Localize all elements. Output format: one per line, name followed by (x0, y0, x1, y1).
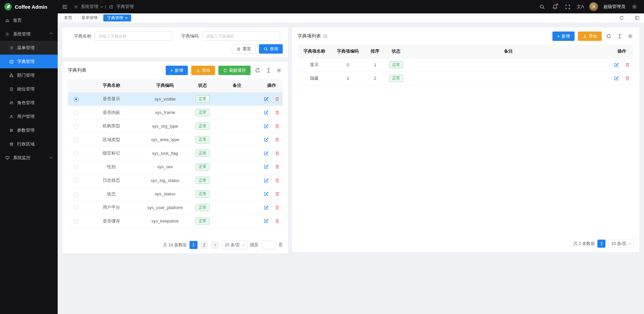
row-radio[interactable] (74, 138, 78, 142)
export-dict-button[interactable]: 导出 (191, 66, 215, 75)
add-dict-button[interactable]: +新增 (166, 66, 188, 75)
sidebar-group-system-monitor[interactable]: 系统监控 (0, 151, 58, 165)
fullscreen-icon[interactable] (564, 3, 571, 10)
breadcrumb-current[interactable]: 字典管理 (116, 4, 134, 10)
edit-icon[interactable] (613, 75, 619, 81)
breadcrumb-parent[interactable]: 系统管理 (81, 4, 98, 10)
edit-icon[interactable] (263, 218, 269, 224)
sidebar-item-user-mgmt[interactable]: 用户管理 (0, 110, 58, 123)
edit-icon[interactable] (263, 178, 269, 183)
table-row[interactable]: 是否显示 sys_visible 正常 (68, 92, 283, 106)
refresh-icon[interactable] (605, 33, 612, 40)
dict-code-input[interactable] (202, 32, 280, 41)
reset-button[interactable]: 重置 (232, 44, 256, 54)
edit-icon[interactable] (263, 123, 269, 129)
sidebar-item-label: 用户管理 (17, 114, 35, 120)
delete-icon[interactable] (274, 137, 280, 142)
tab-menu-mgmt[interactable]: 菜单管理 (78, 14, 101, 21)
refresh-icon[interactable] (618, 14, 625, 22)
tab-dict-mgmt[interactable]: 字典管理× (103, 14, 131, 21)
next-page-button[interactable] (211, 241, 219, 249)
collapse-sidebar-icon[interactable] (61, 3, 68, 10)
delete-icon[interactable] (274, 96, 280, 102)
page-size-select[interactable]: 10 条/页 (222, 241, 248, 249)
username[interactable]: 超级管理员 (603, 4, 625, 10)
table-row[interactable]: 区域类型 sys_area_type 正常 (68, 133, 283, 147)
avatar[interactable] (589, 2, 598, 11)
table-row[interactable]: 是否缓存 sys_keepalive 正常 (68, 214, 283, 228)
delete-icon[interactable] (274, 205, 280, 210)
sidebar-item-dict-mgmt[interactable]: 字典管理 (0, 55, 58, 68)
jump-page-input[interactable] (261, 241, 276, 249)
refresh-cache-button[interactable]: 刷新缓存 (218, 66, 251, 75)
edit-icon[interactable] (263, 205, 269, 210)
search-icon[interactable] (538, 3, 546, 10)
close-icon[interactable]: × (125, 16, 127, 20)
edit-icon[interactable] (263, 96, 269, 102)
export-items-button[interactable]: 导出 (578, 32, 602, 41)
table-row[interactable]: 机构类型 sys_org_type 正常 (68, 119, 283, 133)
column-header: 字典项名称 (298, 45, 331, 58)
notification-bell-icon[interactable] (551, 3, 558, 10)
app-logo: Coffee Admin (0, 0, 58, 13)
row-radio[interactable] (74, 219, 78, 224)
column-header: 状态 (192, 79, 213, 92)
table-row[interactable]: 隐藏 1 2 正常 (298, 72, 634, 85)
delete-icon[interactable] (625, 62, 630, 68)
query-button[interactable]: 查询 (259, 44, 283, 54)
page-button-1[interactable]: 1 (190, 241, 198, 249)
row-radio[interactable] (74, 192, 78, 197)
table-row[interactable]: 用户平台 sys_user_platform 正常 (68, 201, 283, 214)
row-radio[interactable] (74, 111, 78, 115)
add-item-button[interactable]: +新增 (552, 32, 575, 41)
translate-icon[interactable]: 文A (577, 3, 584, 10)
dict-name-input[interactable] (95, 32, 172, 41)
column-settings-gear-icon[interactable] (627, 33, 634, 40)
sidebar-item-home[interactable]: 首页 (0, 13, 58, 27)
table-row[interactable]: 显示 0 1 正常 (298, 58, 634, 72)
row-radio[interactable] (74, 151, 78, 156)
settings-gear-icon[interactable] (631, 3, 638, 10)
delete-icon[interactable] (625, 75, 630, 81)
table-row[interactable]: 性别 sys_sex 正常 (68, 160, 283, 174)
row-radio[interactable] (74, 97, 78, 102)
sidebar-group-system-mgmt[interactable]: 系统管理 (0, 27, 58, 41)
delete-icon[interactable] (274, 178, 280, 183)
delete-icon[interactable] (274, 218, 280, 224)
delete-icon[interactable] (274, 110, 280, 115)
delete-icon[interactable] (274, 164, 280, 170)
sidebar-item-dept-mgmt[interactable]: 部门管理 (0, 68, 58, 82)
row-radio[interactable] (74, 124, 78, 129)
edit-icon[interactable] (263, 191, 269, 197)
delete-icon[interactable] (274, 123, 280, 129)
page-size-select[interactable]: 10 条/页 (608, 239, 634, 248)
edit-icon[interactable] (263, 137, 269, 142)
page-button-2[interactable]: 2 (200, 241, 208, 249)
edit-icon[interactable] (263, 164, 269, 170)
page-button-1[interactable]: 1 (597, 240, 605, 248)
column-settings-gear-icon[interactable] (275, 67, 283, 74)
edit-icon[interactable] (613, 62, 619, 68)
table-row[interactable]: 是否内嵌 sys_frame 正常 (68, 106, 283, 120)
row-radio[interactable] (74, 178, 78, 183)
row-radio[interactable] (74, 205, 78, 210)
layout-toggle-icon[interactable] (633, 14, 641, 22)
sidebar-item-region-mgmt[interactable]: 行政区域 (0, 137, 58, 151)
row-density-icon[interactable] (265, 67, 272, 74)
sidebar-item-role-mgmt[interactable]: 角色管理 (0, 96, 58, 110)
table-row[interactable]: 日志状态 sys_log_status 正常 (68, 174, 283, 187)
sidebar-item-menu-mgmt[interactable]: 菜单管理 (0, 41, 58, 55)
sidebar-item-post-mgmt[interactable]: 岗位管理 (0, 82, 58, 96)
tab-home[interactable]: 首页 (60, 14, 76, 21)
refresh-icon[interactable] (254, 67, 261, 74)
edit-icon[interactable] (263, 110, 269, 115)
sidebar-item-param-mgmt[interactable]: 参数管理 (0, 123, 58, 137)
table-row[interactable]: 状态 sys_status 正常 (68, 187, 283, 201)
edit-icon[interactable] (263, 150, 269, 156)
column-header: 备注 (213, 79, 261, 92)
delete-icon[interactable] (274, 191, 280, 197)
delete-icon[interactable] (274, 150, 280, 156)
row-radio[interactable] (74, 165, 78, 170)
table-row[interactable]: 锁定标记 sys_lock_flag 正常 (68, 146, 283, 160)
row-density-icon[interactable] (616, 33, 623, 40)
